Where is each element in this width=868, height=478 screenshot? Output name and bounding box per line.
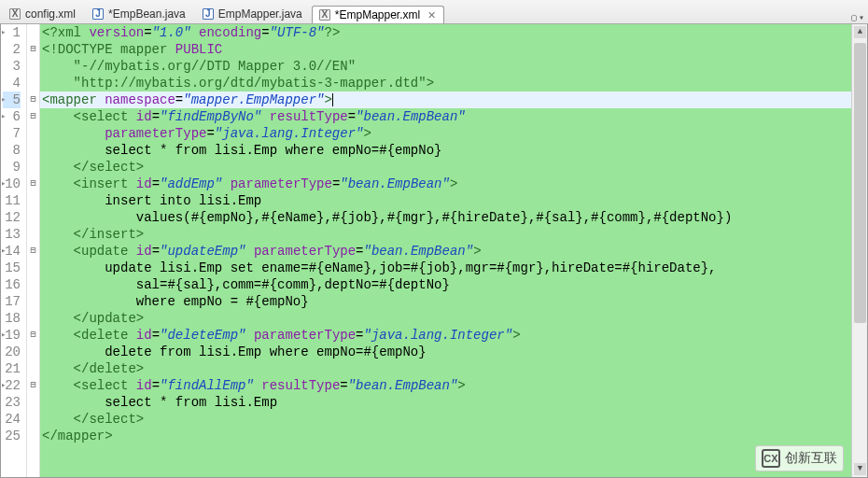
line-number[interactable]: 9 [3, 159, 21, 176]
code-line[interactable]: <mapper namespace="mapper.EmpMapper"> [40, 91, 851, 108]
line-number[interactable]: 2 [3, 41, 21, 58]
code-token: = [356, 328, 363, 343]
code-line[interactable]: <select id="findEmpByNo" resultType="bea… [40, 108, 851, 125]
dropdown-icon[interactable]: ▾ [859, 12, 864, 23]
line-number[interactable]: 16 [3, 276, 21, 293]
line-number[interactable]: 10 [3, 176, 21, 192]
code-token: > [457, 378, 465, 393]
code-line[interactable]: </delete> [40, 360, 851, 377]
code-line[interactable]: "http://mybatis.org/dtd/mybatis-3-mapper… [40, 75, 851, 91]
line-number[interactable]: 14 [3, 243, 21, 260]
scroll-down-arrow-icon[interactable]: ▼ [854, 463, 866, 475]
scroll-up-arrow-icon[interactable]: ▲ [854, 26, 866, 38]
code-line[interactable]: </select> [40, 411, 851, 428]
code-line[interactable]: <select id="findAllEmp" resultType="bean… [40, 377, 851, 394]
line-number[interactable]: 6 [3, 108, 21, 125]
editor-tab[interactable]: X*EmpMapper.xml✕ [312, 6, 444, 23]
watermark-logo-icon: CX [762, 449, 780, 468]
scrollbar-thumb[interactable] [854, 43, 866, 323]
code-editor[interactable]: <?xml version="1.0" encoding="UTF-8"?><!… [40, 24, 851, 477]
line-number[interactable]: 3 [3, 58, 21, 75]
line-number[interactable]: 22 [3, 377, 21, 394]
code-token: "bean.EmpBean" [340, 176, 450, 191]
vertical-scrollbar[interactable]: ▲ ▼ [851, 24, 867, 477]
code-token: < [74, 109, 81, 124]
fold-column[interactable] [27, 24, 40, 477]
line-number[interactable]: 21 [3, 360, 21, 377]
line-number[interactable]: 12 [3, 209, 21, 226]
code-line[interactable]: where empNo = #{empNo} [40, 293, 851, 310]
fold-toggle-icon[interactable] [27, 108, 39, 125]
code-line[interactable]: insert into lisi.Emp [40, 192, 851, 209]
code-token: </select> [74, 412, 145, 427]
code-line[interactable]: parameterType="java.lang.Integer"> [40, 125, 851, 142]
line-number[interactable]: 5 [3, 91, 21, 108]
line-number-gutter[interactable]: 1234567891011121314151617181920212223242… [1, 24, 27, 477]
code-line[interactable]: update lisi.Emp set ename=#{eName},job=#… [40, 260, 851, 276]
editor-tab[interactable]: JEmpMapper.java [195, 5, 311, 23]
code-token: "1.0" [152, 25, 191, 40]
code-line[interactable]: </update> [40, 310, 851, 327]
close-icon[interactable]: ✕ [424, 9, 436, 21]
code-line[interactable]: "-//mybatis.org//DTD Mapper 3.0//EN" [40, 58, 851, 75]
code-line[interactable]: <insert id="addEmp" parameterType="bean.… [40, 176, 851, 192]
fold-spacer [27, 125, 39, 142]
line-number[interactable]: 18 [3, 310, 21, 327]
code-token: </update> [74, 311, 145, 326]
fold-toggle-icon[interactable] [27, 176, 39, 192]
line-number[interactable]: 7 [3, 125, 21, 142]
line-number[interactable]: 17 [3, 293, 21, 310]
editor-tab[interactable]: Xconfig.xml [2, 5, 84, 23]
fold-spacer [27, 428, 39, 444]
code-token: insert into lisi.Emp [42, 193, 261, 208]
code-token: </delete> [74, 361, 145, 376]
code-token: "http://mybatis.org/dtd/mybatis-3-mapper… [74, 76, 427, 91]
fold-toggle-icon[interactable] [27, 327, 39, 344]
code-token: > [512, 328, 520, 343]
code-token: > [450, 176, 457, 191]
code-token: = [152, 244, 160, 259]
code-line[interactable]: select * from lisi.Emp [40, 394, 851, 411]
code-line[interactable]: sal=#{sal},comm=#{comm},deptNo=#{deptNo} [40, 276, 851, 293]
line-number[interactable]: 4 [3, 75, 21, 91]
code-token: select [81, 109, 136, 124]
line-number[interactable]: 15 [3, 260, 21, 276]
editor-tab[interactable]: J*EmpBean.java [85, 5, 194, 23]
code-line[interactable]: </select> [40, 159, 851, 176]
code-token: = [175, 92, 183, 107]
code-token: parameterType [254, 328, 356, 343]
line-number[interactable]: 13 [3, 226, 21, 243]
tab-overflow-controls[interactable]: ▢▾ [851, 12, 868, 23]
line-number[interactable]: 1 [3, 24, 21, 41]
fold-toggle-icon[interactable] [27, 91, 39, 108]
maximize-icon[interactable]: ▢ [851, 12, 857, 23]
editor-tabs: Xconfig.xmlJ*EmpBean.javaJEmpMapper.java… [0, 0, 868, 24]
line-number[interactable]: 19 [3, 327, 21, 344]
code-line[interactable]: </mapper> [40, 428, 851, 444]
line-number[interactable]: 25 [3, 428, 21, 444]
line-number[interactable]: 8 [3, 142, 21, 159]
code-line[interactable]: values(#{empNo},#{eName},#{job},#{mgr},#… [40, 209, 851, 226]
code-line[interactable]: select * from lisi.Emp where empNo=#{emp… [40, 142, 851, 159]
code-token: id [136, 328, 152, 343]
code-line[interactable]: <!DOCTYPE mapper PUBLIC [40, 41, 851, 58]
code-token: sal=#{sal},comm=#{comm},deptNo=#{deptNo} [42, 277, 450, 292]
line-number[interactable]: 20 [3, 344, 21, 360]
line-number[interactable]: 24 [3, 411, 21, 428]
code-line[interactable]: <?xml version="1.0" encoding="UTF-8"?> [40, 24, 851, 41]
line-number[interactable]: 23 [3, 394, 21, 411]
code-token [42, 59, 74, 74]
code-line[interactable]: delete from lisi.Emp where empNo=#{empNo… [40, 344, 851, 360]
fold-toggle-icon[interactable] [27, 243, 39, 260]
code-token: id [136, 176, 152, 191]
code-token [222, 176, 230, 191]
code-line[interactable]: <delete id="deleteEmp" parameterType="ja… [40, 327, 851, 344]
code-token: </mapper> [42, 429, 113, 443]
fold-toggle-icon[interactable] [27, 41, 39, 58]
fold-spacer [27, 360, 39, 377]
code-line[interactable]: <update id="updateEmp" parameterType="be… [40, 243, 851, 260]
fold-spacer [27, 394, 39, 411]
fold-toggle-icon[interactable] [27, 377, 39, 394]
code-line[interactable]: </insert> [40, 226, 851, 243]
line-number[interactable]: 11 [3, 192, 21, 209]
